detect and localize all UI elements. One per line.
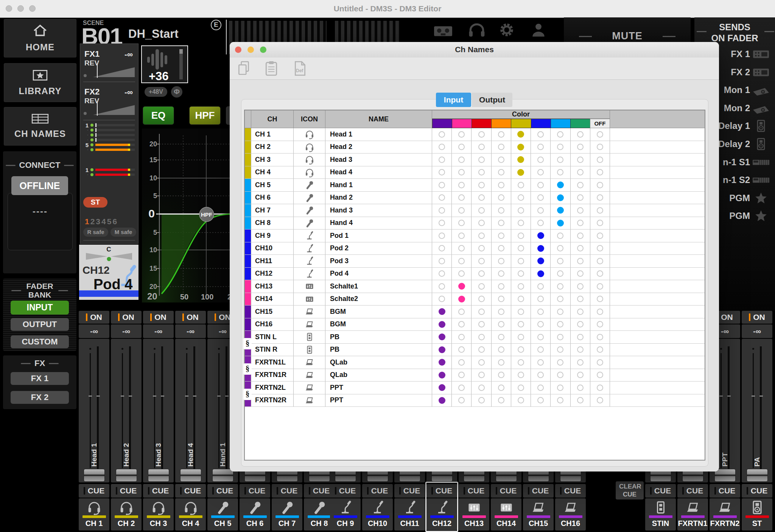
color-radio-red[interactable] <box>472 230 491 242</box>
radio-dot[interactable] <box>439 131 445 138</box>
color-radio-skyblue[interactable] <box>551 154 570 166</box>
color-radio-pink[interactable] <box>452 204 472 217</box>
channel-on-button[interactable]: ON <box>143 311 174 324</box>
radio-dot[interactable] <box>478 346 485 353</box>
radio-dot[interactable] <box>537 131 544 138</box>
color-radio-orange[interactable] <box>492 280 511 293</box>
radio-dot[interactable] <box>478 372 485 378</box>
color-radio-blue[interactable] <box>531 179 551 191</box>
color-radio-red[interactable] <box>472 154 491 166</box>
color-radio-skyblue[interactable] <box>551 344 570 356</box>
color-radio-orange[interactable] <box>492 344 511 356</box>
channel-select-cell[interactable]: STIN <box>645 498 676 530</box>
fx1-button[interactable]: FX 1 <box>11 372 69 385</box>
color-radio-purple[interactable] <box>432 369 452 382</box>
row-icon-cell[interactable] <box>294 141 325 154</box>
color-radio-purple[interactable] <box>432 356 452 369</box>
color-radio-skyblue[interactable] <box>551 382 570 394</box>
row-name-field[interactable]: BGM <box>325 318 432 331</box>
color-radio-orange[interactable] <box>492 179 511 191</box>
color-radio-off[interactable] <box>590 394 610 407</box>
radio-dot[interactable] <box>517 169 524 176</box>
radio-dot[interactable] <box>597 283 603 290</box>
channel-select-cell[interactable]: CH 6 <box>240 498 270 530</box>
fader-value[interactable]: -∞ <box>111 324 142 338</box>
radio-dot[interactable] <box>537 283 544 290</box>
mute-safe-badge[interactable]: M safe <box>110 228 136 237</box>
row-name-field[interactable]: QLab <box>325 356 432 369</box>
color-radio-pink[interactable] <box>452 255 472 267</box>
radio-dot[interactable] <box>537 334 544 340</box>
color-radio-blue[interactable] <box>531 255 551 267</box>
radio-dot[interactable] <box>597 245 603 251</box>
color-radio-yellow[interactable] <box>511 318 531 331</box>
color-radio-skyblue[interactable] <box>551 179 570 191</box>
radio-dot[interactable] <box>458 258 465 264</box>
color-radio-pink[interactable] <box>452 356 472 369</box>
radio-dot[interactable] <box>458 157 465 163</box>
color-radio-skyblue[interactable] <box>551 331 570 343</box>
color-radio-blue[interactable] <box>531 331 551 343</box>
radio-dot[interactable] <box>439 169 445 175</box>
settings-gear-icon[interactable] <box>499 22 515 39</box>
color-radio-skyblue[interactable] <box>551 268 570 280</box>
user-icon[interactable] <box>531 22 546 39</box>
radio-dot[interactable] <box>458 283 465 290</box>
radio-dot[interactable] <box>557 233 563 239</box>
color-radio-green[interactable] <box>571 230 590 242</box>
color-radio-purple[interactable] <box>432 141 452 154</box>
color-radio-purple[interactable] <box>432 166 452 179</box>
radio-dot[interactable] <box>577 283 584 290</box>
color-radio-yellow[interactable] <box>511 204 531 217</box>
radio-dot[interactable] <box>518 245 524 251</box>
color-radio-pink[interactable] <box>452 318 472 331</box>
color-radio-red[interactable] <box>472 344 491 356</box>
channel-select-cell[interactable]: CH12 <box>426 498 457 530</box>
fader-value[interactable]: -∞ <box>175 324 206 338</box>
color-radio-green[interactable] <box>571 318 590 331</box>
radio-dot[interactable] <box>597 397 603 403</box>
row-name-field[interactable]: Head 2 <box>325 141 432 154</box>
radio-dot[interactable] <box>597 157 603 163</box>
radio-dot[interactable] <box>557 372 563 378</box>
color-radio-purple[interactable] <box>432 331 452 343</box>
radio-dot[interactable] <box>577 169 584 175</box>
radio-dot[interactable] <box>557 359 563 366</box>
sidebar-item-home[interactable]: HOME <box>4 19 76 57</box>
color-radio-off[interactable] <box>590 192 610 204</box>
color-radio-orange[interactable] <box>492 318 511 331</box>
radio-dot[interactable] <box>537 245 544 252</box>
cue-button[interactable]: CUE <box>362 484 393 498</box>
radio-dot[interactable] <box>458 169 465 175</box>
radio-dot[interactable] <box>518 194 524 201</box>
fader-bank-custom-button[interactable]: CUSTOM <box>11 335 69 348</box>
color-radio-blue[interactable] <box>531 369 551 382</box>
radio-dot[interactable] <box>458 144 465 150</box>
row-icon-cell[interactable] <box>294 192 325 204</box>
color-radio-red[interactable] <box>472 382 491 394</box>
color-radio-blue[interactable] <box>531 293 551 306</box>
row-icon-cell[interactable] <box>294 306 325 318</box>
fader-cap[interactable] <box>212 469 233 482</box>
radio-dot[interactable] <box>518 334 524 340</box>
tab-output[interactable]: Output <box>472 93 512 107</box>
radio-dot[interactable] <box>597 385 603 391</box>
color-radio-yellow[interactable] <box>511 369 531 382</box>
radio-dot[interactable] <box>537 385 544 391</box>
color-radio-pink[interactable] <box>452 280 472 293</box>
radio-dot[interactable] <box>537 397 544 403</box>
fader-track[interactable]: PA <box>742 339 772 482</box>
radio-dot[interactable] <box>537 232 544 239</box>
cue-button[interactable]: CUE <box>272 484 302 498</box>
color-radio-off[interactable] <box>590 217 610 230</box>
radio-dot[interactable] <box>478 258 485 264</box>
color-radio-yellow[interactable] <box>511 242 531 255</box>
radio-dot[interactable] <box>439 384 445 391</box>
row-icon-cell[interactable] <box>294 217 325 230</box>
radio-dot[interactable] <box>498 169 504 175</box>
radio-dot[interactable] <box>577 194 584 201</box>
color-radio-off[interactable] <box>590 356 610 369</box>
color-radio-red[interactable] <box>472 128 491 141</box>
cue-button[interactable]: CUE <box>710 484 740 498</box>
radio-dot[interactable] <box>458 131 465 138</box>
